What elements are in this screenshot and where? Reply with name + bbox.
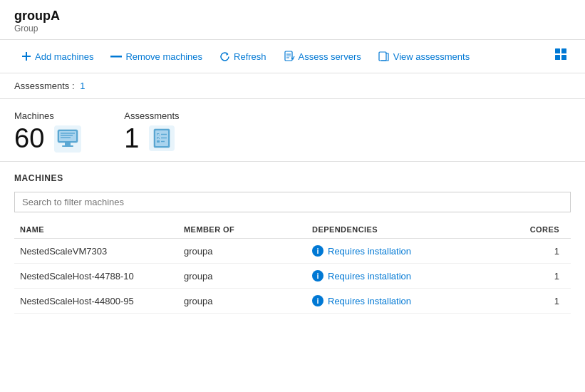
machine-dependency: i Requires installation [312,295,508,306]
assessments-label: Assessments [14,81,69,91]
col-member-of: MEMBER OF [184,225,312,234]
assessments-count: 1 [124,125,139,152]
remove-machines-button[interactable]: Remove machines [103,48,209,66]
info-icon: i [312,245,323,257]
col-name: NAME [20,225,184,234]
machine-cores: 1 [508,296,565,306]
svg-rect-9 [561,48,566,53]
page-title: groupA [14,9,571,24]
table-row: NestedScaleVM7303 groupa i Requires inst… [14,239,571,264]
assessments-count-link[interactable]: 1 [80,81,85,91]
grid-view-button[interactable] [552,46,571,67]
page-header: groupA Group [0,0,585,40]
machines-label: Machines [14,110,81,121]
machine-member-of: groupa [184,271,312,282]
svg-rect-15 [65,143,71,145]
add-icon [21,51,31,61]
machine-cores: 1 [508,271,565,282]
machines-table: NAME MEMBER OF DEPENDENCIES CORES Nested… [14,221,571,314]
dependency-link[interactable]: Requires installation [328,271,411,282]
svg-rect-2 [110,56,122,58]
dependency-link[interactable]: Requires installation [328,296,411,306]
machines-icon [53,124,81,153]
refresh-button[interactable]: Refresh [212,48,274,66]
remove-machines-label: Remove machines [125,51,202,62]
svg-rect-16 [62,145,73,147]
machines-section-title: MACHINES [14,173,571,183]
refresh-label: Refresh [234,51,266,62]
stats-section: Machines 60 [0,99,585,162]
svg-rect-27 [157,140,160,143]
machines-stat: Machines 60 [14,110,81,153]
svg-rect-11 [561,55,566,60]
svg-rect-7 [379,52,386,61]
assessments-separator: : [72,81,75,91]
assess-servers-button[interactable]: Assess servers [276,47,368,66]
machine-dependency: i Requires installation [312,270,508,282]
machine-dependency: i Requires installation [312,245,508,257]
remove-icon [110,55,122,58]
search-input[interactable] [14,192,571,212]
assessments-icon [147,124,176,153]
machines-section: MACHINES NAME MEMBER OF DEPENDENCIES COR… [0,162,585,314]
svg-rect-10 [555,55,560,60]
table-row: NestedScaleHost-44800-95 groupa i Requir… [14,289,571,314]
machine-name: NestedScaleVM7303 [20,246,184,257]
assess-icon [284,51,295,62]
machines-count: 60 [14,125,44,152]
refresh-icon [219,51,230,62]
page-subtitle: Group [14,24,571,33]
table-row: NestedScaleHost-44788-10 groupa i Requir… [14,264,571,289]
add-machines-label: Add machines [35,51,93,62]
dependency-link[interactable]: Requires installation [328,246,411,257]
table-header: NAME MEMBER OF DEPENDENCIES CORES [14,221,571,239]
col-cores: CORES [508,225,565,234]
machine-name: NestedScaleHost-44788-10 [20,271,184,282]
assessments-bar: Assessments : 1 [0,73,585,99]
machine-cores: 1 [508,246,565,257]
col-dependencies: DEPENDENCIES [312,225,508,234]
view-icon [378,51,390,62]
info-icon: i [312,295,323,306]
assessments-stat-label: Assessments [124,110,179,121]
machine-member-of: groupa [184,246,312,257]
add-machines-button[interactable]: Add machines [14,48,100,66]
svg-rect-14 [59,131,76,141]
svg-rect-8 [555,48,560,53]
info-icon: i [312,270,323,282]
machine-member-of: groupa [184,296,312,306]
machine-name: NestedScaleHost-44800-95 [20,296,184,306]
view-assessments-label: View assessments [393,51,470,62]
assessments-stat: Assessments 1 [124,110,179,153]
view-assessments-button[interactable]: View assessments [371,47,477,66]
assess-servers-label: Assess servers [299,51,361,62]
toolbar: Add machines Remove machines Refresh [0,40,585,73]
